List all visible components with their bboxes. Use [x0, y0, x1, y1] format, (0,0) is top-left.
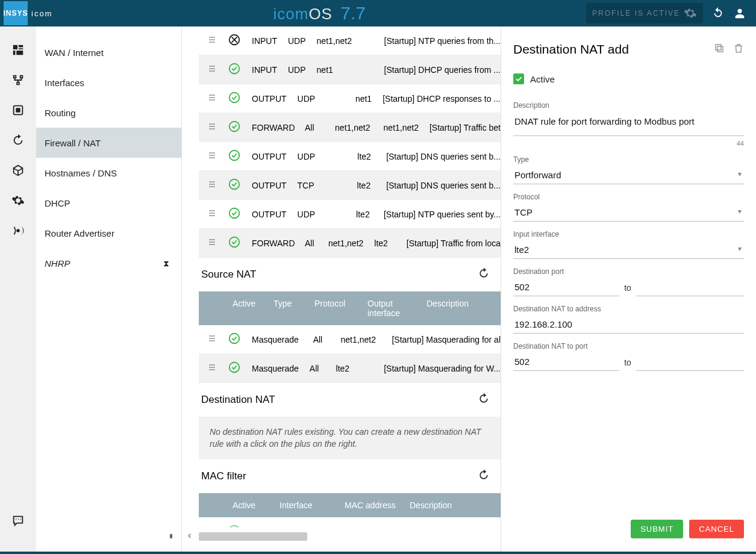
- network-icon[interactable]: [11, 73, 25, 87]
- profile-status-button[interactable]: PROFILE IS ACTIVE: [586, 3, 703, 23]
- svg-point-49: [213, 155, 214, 156]
- topbar-right: PROFILE IS ACTIVE: [586, 3, 756, 23]
- sidebar-item-label: NHRP: [45, 258, 70, 269]
- sidebar-item-nhrp[interactable]: NHRP⧗: [36, 248, 181, 278]
- cancel-button[interactable]: CANCEL: [689, 520, 744, 538]
- svg-point-25: [211, 95, 213, 96]
- drag-handle-icon[interactable]: [207, 122, 217, 133]
- h-scrollbar[interactable]: [199, 532, 307, 541]
- svg-point-80: [210, 244, 211, 245]
- mac-row[interactable]: FF:FF:FF:FF:FF:FF All nets: allow broadc…: [199, 517, 501, 528]
- active-checkbox-row[interactable]: Active: [513, 73, 744, 84]
- svg-point-85: [211, 335, 213, 337]
- reload-icon[interactable]: [478, 469, 490, 484]
- delete-icon[interactable]: [733, 43, 744, 56]
- drag-handle-icon[interactable]: [207, 526, 217, 528]
- sidebar-item-firewall[interactable]: Firewall / NAT: [36, 128, 181, 158]
- sidebar: › WAN / Internet Interfaces Routing Fire…: [0, 26, 182, 552]
- drag-handle-icon[interactable]: [207, 64, 217, 75]
- sidebar-item-dhcp[interactable]: DHCP: [36, 188, 181, 218]
- reload-icon[interactable]: [478, 267, 490, 282]
- svg-point-100: [210, 369, 211, 370]
- filter-rule-row[interactable]: INPUTUDPnet1[Startup] DHCP queries from …: [199, 55, 501, 84]
- scroll-left-icon[interactable]: ‹: [188, 530, 191, 541]
- filter-rule-row[interactable]: FORWARDAllnet1,net2net1,net2[Startup] Tr…: [199, 113, 501, 142]
- drag-handle-icon[interactable]: [207, 237, 217, 249]
- input-interface-label: Input interface: [513, 230, 744, 238]
- drag-handle-icon[interactable]: [207, 35, 217, 46]
- rule-protocol: UDP: [288, 65, 306, 75]
- settings-icon[interactable]: [11, 194, 25, 207]
- svg-point-47: [210, 155, 211, 156]
- filter-rule-row[interactable]: FORWARDAllnet1,net2lte2[Startup] Traffic…: [199, 229, 501, 258]
- drag-handle-icon[interactable]: [207, 93, 217, 104]
- filter-rule-row[interactable]: OUTPUTTCPlte2[Startup] DNS queries sent …: [199, 171, 501, 200]
- sidebar-icon-rail: ›: [0, 26, 36, 552]
- rule-direction: OUTPUT: [252, 210, 287, 219]
- section-title: MAC filter: [201, 470, 246, 482]
- rule-src: net1: [317, 65, 342, 75]
- dest-port-to-input[interactable]: [636, 278, 744, 296]
- drag-handle-icon[interactable]: [207, 151, 217, 162]
- section-source-nat-header: Source NAT: [199, 258, 501, 291]
- svg-point-103: [230, 363, 240, 373]
- rule-protocol: UDP: [288, 36, 306, 46]
- cube-icon[interactable]: [11, 164, 25, 177]
- status-active-icon: [228, 524, 241, 528]
- user-icon[interactable]: [733, 7, 746, 20]
- svg-point-92: [213, 340, 214, 341]
- svg-point-63: [230, 179, 240, 190]
- drag-handle-icon[interactable]: [207, 334, 217, 345]
- svg-point-57: [210, 184, 211, 185]
- dnat-port-to-input[interactable]: [636, 353, 744, 371]
- routing-icon[interactable]: [11, 104, 25, 117]
- sidebar-item-router-adv[interactable]: Router Advertiser: [36, 218, 181, 248]
- svg-rect-1: [16, 108, 20, 112]
- filter-rule-row[interactable]: OUTPUTUDPnet1[Startup] DHCP responses to…: [199, 84, 501, 113]
- sidebar-labels-collapse-icon[interactable]: ‹: [169, 529, 173, 542]
- reload-icon[interactable]: [478, 393, 490, 408]
- svg-point-39: [213, 126, 214, 127]
- drag-handle-icon[interactable]: [207, 208, 217, 220]
- status-active-icon: [228, 149, 241, 164]
- sidebar-item-routing[interactable]: Routing: [36, 98, 181, 128]
- th-active: Active: [233, 500, 269, 510]
- mac-address: FF:FF:FF:FF:FF:FF: [299, 527, 372, 528]
- dashboard-icon[interactable]: [11, 43, 25, 57]
- rule-direction: INPUT: [252, 65, 277, 75]
- filter-rule-row[interactable]: OUTPUTUDPlte2[Startup] NTP queries sent …: [199, 200, 501, 229]
- drag-handle-icon[interactable]: [207, 179, 217, 191]
- input-interface-select[interactable]: [513, 241, 744, 259]
- rule-desc: [Startup] Traffic from loca: [407, 238, 501, 248]
- section-title: Destination NAT: [201, 394, 275, 406]
- drag-handle-icon[interactable]: [207, 363, 217, 374]
- protocol-select[interactable]: [513, 204, 744, 222]
- rule-dst: lte2: [356, 210, 373, 219]
- rule-protocol: All: [305, 238, 317, 248]
- broadcast-icon[interactable]: [11, 224, 25, 237]
- snat-rule-row[interactable]: MasqueradeAlllte2[Startup] Masquerading …: [199, 354, 501, 383]
- undo-icon[interactable]: [711, 7, 725, 20]
- dest-port-from-input[interactable]: [513, 278, 619, 296]
- dnat-address-label: Destination NAT to address: [513, 305, 744, 313]
- svg-point-29: [213, 97, 214, 98]
- sidebar-item-interfaces[interactable]: Interfaces: [36, 67, 181, 98]
- submit-button[interactable]: SUBMIT: [631, 520, 683, 538]
- type-select[interactable]: [513, 166, 744, 184]
- filter-rule-row[interactable]: INPUTUDPnet1,net2[Startup] NTP queries f…: [199, 26, 501, 55]
- svg-point-84: [210, 335, 211, 337]
- filter-rule-row[interactable]: OUTPUTUDPlte2[Startup] DNS queries sent …: [199, 142, 501, 171]
- sidebar-item-hostnames[interactable]: Hostnames / DNS: [36, 158, 181, 188]
- description-input[interactable]: [513, 112, 744, 136]
- svg-point-46: [213, 152, 214, 154]
- refresh-icon[interactable]: [11, 134, 25, 147]
- sidebar-item-wan[interactable]: WAN / Internet: [36, 37, 181, 67]
- snat-rule-row[interactable]: MasqueradeAllnet1,net2[Startup] Masquera…: [199, 325, 501, 354]
- dnat-port-from-input[interactable]: [513, 353, 619, 371]
- dnat-address-input[interactable]: [513, 316, 744, 334]
- chat-icon[interactable]: [11, 514, 25, 528]
- svg-point-97: [210, 367, 211, 368]
- svg-point-51: [211, 157, 213, 158]
- checkbox-checked-icon[interactable]: [513, 73, 524, 84]
- copy-icon[interactable]: [714, 43, 725, 56]
